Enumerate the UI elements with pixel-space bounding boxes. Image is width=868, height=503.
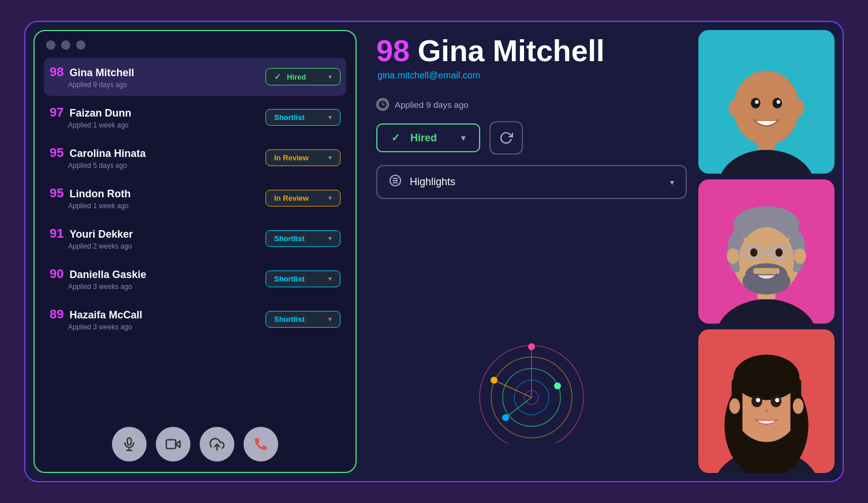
avatar-card-3[interactable] [698,329,835,473]
badge-label: In Review [274,194,325,202]
candidate-info: 98 Gina Mitchell Applied 9 days ago [50,65,134,89]
svg-point-22 [554,382,561,389]
candidate-name: Faizan Dunn [69,107,131,119]
candidate-item[interactable]: 98 Gina Mitchell Applied 9 days ago ✓ Hi… [44,58,346,96]
hired-check-icon: ✓ [391,132,400,144]
candidate-item[interactable]: 89 Hazaifa McCall Applied 3 weeks ago Sh… [44,300,346,338]
status-dropdown-large[interactable]: ✓ Hired ▾ [376,123,480,152]
highlights-dropdown[interactable]: Highlights ▾ [376,165,687,199]
candidate-info: 97 Faizan Dunn Applied 1 week ago [50,105,131,129]
badge-label: In Review [274,153,325,162]
badge-arrow-icon: ▾ [328,194,332,202]
badge-label: Shortlist [274,275,325,283]
svg-point-66 [775,398,779,402]
badge-arrow-icon: ▾ [328,73,332,81]
badge-check-icon: ✓ [274,72,281,81]
candidate-status-badge[interactable]: Shortlist ▾ [265,271,341,287]
win-dot-1 [46,40,55,50]
status-action-row: ✓ Hired ▾ [376,121,687,155]
mic-button[interactable] [112,427,147,461]
svg-rect-52 [753,268,780,274]
candidate-name-row: 97 Faizan Dunn [50,105,131,120]
candidate-applied-time: Applied 5 days ago [68,162,146,170]
menu-icon [389,174,402,190]
candidate-name: Hazaifa McCall [69,309,142,321]
candidate-status-badge[interactable]: Shortlist ▾ [265,109,341,126]
candidate-score: 89 [50,307,63,322]
svg-point-61 [729,398,740,414]
candidate-name-row: 90 Daniella Gaskie [50,266,147,281]
clock-icon [376,98,389,111]
camera-button[interactable] [156,427,190,461]
candidate-score: 97 [50,105,63,120]
avatar-card-2[interactable] [698,179,835,323]
candidate-applied-time: Applied 1 week ago [68,121,131,129]
candidate-item[interactable]: 95 Lindon Roth Applied 1 week ago In Rev… [44,179,346,217]
badge-label: Shortlist [274,113,325,122]
svg-point-58 [734,354,799,400]
candidate-applied-time: Applied 9 days ago [68,81,134,89]
candidate-info: 91 Youri Dekker Applied 2 weeks ago [50,226,133,250]
svg-rect-0 [128,438,132,445]
svg-point-49 [776,249,783,257]
detail-email[interactable]: gina.mitchell@email.com [377,70,687,81]
candidate-score: 98 [50,65,63,80]
window-controls [35,31,356,55]
candidate-info: 95 Lindon Roth Applied 1 week ago [50,186,130,210]
badge-arrow-icon: ▾ [328,114,332,121]
badge-arrow-icon: ▾ [328,275,332,283]
badge-label: Shortlist [274,234,325,243]
candidate-score: 95 [50,145,63,160]
svg-point-20 [491,377,497,384]
share-button[interactable] [200,427,234,461]
svg-point-26 [734,71,799,145]
candidate-name-row: 89 Hazaifa McCall [50,307,143,322]
svg-point-19 [528,343,535,350]
candidate-name: Carolina Hinata [69,148,145,160]
candidate-status-badge[interactable]: In Review ▾ [265,190,341,207]
svg-point-65 [756,398,760,402]
highlights-left: Highlights [389,174,455,190]
svg-point-62 [793,398,804,414]
candidate-name: Gina Mitchell [69,67,134,79]
candidate-applied-time: Applied 3 weeks ago [68,323,143,331]
candidate-name: Youri Dekker [69,228,133,241]
candidate-status-badge[interactable]: ✓ Hired ▾ [265,68,341,85]
avatar-sidebar [698,22,843,481]
candidate-item[interactable]: 97 Faizan Dunn Applied 1 week ago Shortl… [44,98,346,136]
end-call-button[interactable] [244,427,278,461]
candidate-item[interactable]: 95 Carolina Hinata Applied 5 days ago In… [44,138,346,177]
candidate-name-row: 95 Carolina Hinata [50,145,146,160]
hired-label: Hired [410,132,455,144]
candidate-name-row: 95 Lindon Roth [50,186,130,201]
badge-arrow-icon: ▾ [328,235,332,242]
detail-header: 98 Gina Mitchell gina.mitchell@email.com [376,33,687,81]
candidate-name: Daniella Gaskie [69,269,146,281]
candidate-item[interactable]: 91 Youri Dekker Applied 2 weeks ago Shor… [44,219,346,257]
candidate-name-row: 98 Gina Mitchell [50,65,134,80]
svg-point-48 [750,249,757,257]
candidate-status-badge[interactable]: Shortlist ▾ [265,311,341,328]
candidate-name: Lindon Roth [69,188,130,200]
candidate-status-badge[interactable]: In Review ▾ [265,149,341,166]
candidate-info: 90 Daniella Gaskie Applied 3 weeks ago [50,266,147,291]
highlights-arrow-icon: ▾ [670,178,674,187]
badge-arrow-icon: ▾ [328,316,332,323]
win-dot-2 [61,40,70,50]
applied-time-text: Applied 9 days ago [395,100,469,110]
svg-point-32 [777,100,780,104]
avatar-card-1[interactable] [698,30,835,174]
candidate-list: 98 Gina Mitchell Applied 9 days ago ✓ Hi… [35,55,356,472]
highlights-label: Highlights [410,176,455,188]
svg-point-28 [792,100,805,117]
badge-arrow-icon: ▾ [328,154,332,162]
candidate-item[interactable]: 90 Daniella Gaskie Applied 3 weeks ago S… [44,260,346,298]
candidate-list-panel: 98 Gina Mitchell Applied 9 days ago ✓ Hi… [33,30,357,473]
svg-point-27 [729,100,741,117]
win-dot-3 [76,40,85,50]
candidate-status-badge[interactable]: Shortlist ▾ [265,230,341,247]
radar-svg [451,317,612,444]
svg-rect-4 [166,440,175,448]
detail-score: 98 [376,33,410,68]
refresh-button[interactable] [489,121,523,155]
